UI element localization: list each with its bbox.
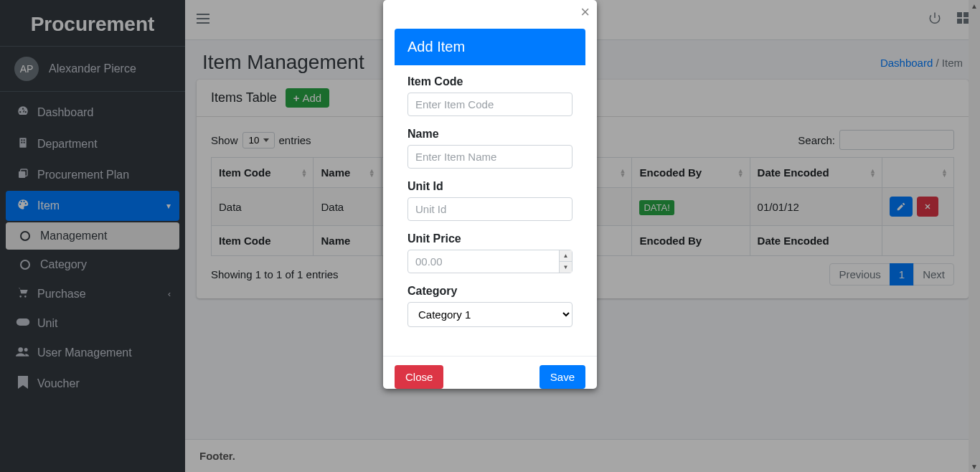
field-category: Category Category 1 [407,285,573,327]
label-category: Category [407,285,573,298]
input-name[interactable] [407,145,573,169]
field-item-code: Item Code [407,75,573,116]
input-unit-id[interactable] [407,197,573,221]
input-unit-price[interactable] [407,250,573,273]
number-spinner[interactable]: ▲▼ [559,250,572,273]
field-name: Name [407,128,573,169]
modal-save-button[interactable]: Save [540,365,585,389]
modal-footer: Close Save [383,356,597,389]
label-item-code: Item Code [407,75,573,88]
label-unit-id: Unit Id [407,180,573,193]
label-name: Name [407,128,573,141]
label-unit-price: Unit Price [407,232,573,245]
modal-card: Add Item Item Code Name Unit Id [395,29,585,343]
modal-card-body: Item Code Name Unit Id Unit Price [395,65,585,343]
modal-close-button[interactable]: × [580,4,590,20]
field-unit-id: Unit Id [407,180,573,221]
modal-card-header: Add Item [395,29,585,65]
modal-title: Add Item [407,39,465,55]
add-item-modal: × Add Item Item Code Name Un [383,0,597,389]
input-item-code[interactable] [407,93,573,116]
select-category[interactable]: Category 1 [407,302,573,327]
field-unit-price: Unit Price ▲▼ [407,232,573,273]
modal-close-action-button[interactable]: Close [395,365,443,389]
modal-wrap: × Add Item Item Code Name Un [0,0,980,389]
app-wrapper: Procurement AP Alexander Pierce Dashboar… [0,0,980,472]
